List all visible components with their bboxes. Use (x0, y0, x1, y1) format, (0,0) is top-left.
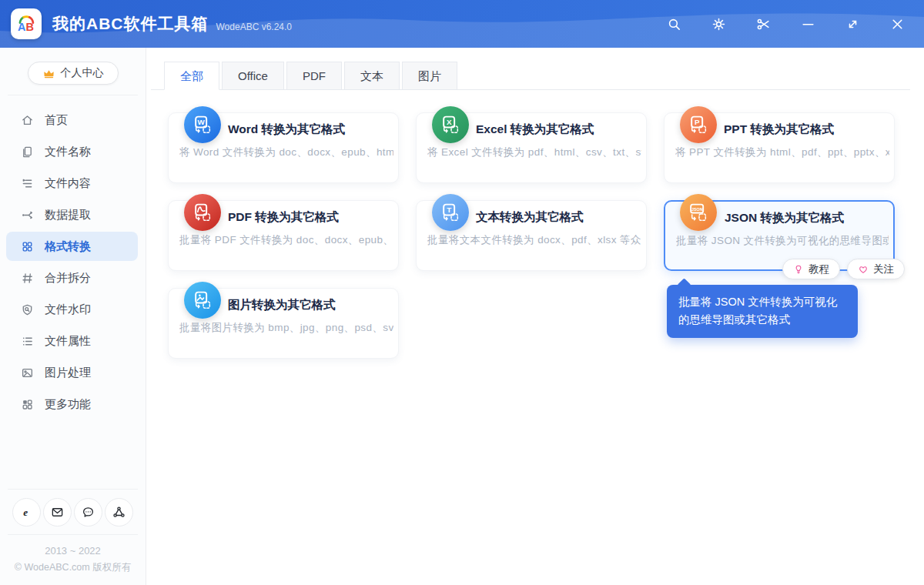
json-card-tooltip: 批量将 JSON 文件转换为可视化的思维导图或其它格式 (667, 285, 858, 338)
svg-text:B: B (26, 21, 34, 33)
ppt-icon: P (680, 106, 717, 143)
bulb-icon (793, 264, 804, 275)
sidebar-item-data-extract[interactable]: 数据提取 (6, 200, 138, 229)
sidebar-item-label: 更多功能 (45, 397, 91, 412)
svg-text:P: P (694, 118, 699, 126)
search-icon (667, 17, 681, 32)
sidebar: 个人中心 首页 文件名称 文件内容 数据提取 格式转换 (0, 48, 146, 585)
tab-image[interactable]: 图片 (402, 62, 457, 90)
svg-text:W: W (197, 118, 205, 126)
card-title: PDF 转换为其它格式 (228, 209, 339, 226)
sidebar-item-watermark[interactable]: 文件水印 (6, 295, 138, 324)
search-button[interactable] (665, 15, 682, 32)
sidebar-item-more-features[interactable]: 更多功能 (6, 389, 138, 419)
minimize-button[interactable] (799, 15, 816, 32)
card-image-convert[interactable]: 图片转换为其它格式 批量将图片转换为 bmp、jpg、png、psd、svg、w… (168, 288, 399, 359)
crown-icon (42, 67, 55, 80)
browser-button[interactable]: e (12, 498, 41, 526)
sidebar-item-merge-split[interactable]: 合并拆分 (6, 263, 138, 292)
card-description: 批量将 PDF 文件转换为 doc、docx、epub、html、 (179, 233, 393, 247)
title-bar: A B 我的ABC软件工具箱 WodeABC v6.24.0 (0, 0, 924, 48)
card-word-convert[interactable]: W Word 转换为其它格式 将 Word 文件转换为 doc、docx、epu… (168, 112, 399, 183)
gear-icon (711, 17, 726, 32)
window-controls (665, 15, 906, 32)
mail-button[interactable] (43, 498, 72, 526)
scissors-icon (756, 17, 771, 32)
sidebar-item-file-content[interactable]: 文件内容 (6, 169, 138, 198)
format-convert-icon (21, 240, 34, 253)
card-title: Word 转换为其它格式 (228, 122, 345, 138)
card-excel-convert[interactable]: X Excel 转换为其它格式 将 Excel 文件转换为 pdf、html、c… (416, 112, 647, 183)
card-title: 图片转换为其它格式 (228, 297, 336, 313)
sidebar-item-label: 合并拆分 (45, 271, 91, 286)
sidebar-item-image-process[interactable]: 图片处理 (6, 358, 138, 387)
sidebar-divider (8, 95, 138, 95)
json-icon: JSON (680, 194, 717, 231)
svg-text:T: T (447, 206, 451, 214)
minimize-icon (801, 17, 815, 32)
tools-button[interactable] (755, 15, 772, 32)
main-content: 全部 Office PDF 文本 图片 W Word 转换为其它格式 将 Wor… (146, 48, 924, 585)
merge-split-icon (21, 272, 34, 285)
home-icon (21, 114, 34, 127)
card-description: 将 Word 文件转换为 doc、docx、epub、html、pdf (179, 145, 393, 159)
sidebar-item-label: 首页 (45, 113, 68, 128)
card-text-convert[interactable]: T 文本转换为其它格式 批量将文本文件转换为 docx、pdf、xlsx 等众多… (416, 200, 647, 271)
image-process-icon (21, 366, 34, 379)
svg-text:JSON: JSON (691, 206, 702, 211)
text-icon: T (432, 194, 469, 231)
close-icon (890, 17, 905, 32)
svg-text:e: e (23, 506, 28, 518)
card-description: 将 Excel 文件转换为 pdf、html、csv、txt、svg、jso (427, 145, 641, 159)
sidebar-item-format-convert[interactable]: 格式转换 (6, 232, 138, 261)
heart-icon (858, 264, 869, 275)
sidebar-item-label: 格式转换 (45, 239, 91, 254)
sidebar-footer: e 2013 ~ 2022 © WodeABC.com 版权所有 (0, 489, 146, 585)
card-description: 批量将文本文件转换为 docx、pdf、xlsx 等众多格式 (427, 233, 641, 247)
sidebar-item-home[interactable]: 首页 (6, 105, 138, 135)
close-button[interactable] (889, 15, 906, 32)
sidebar-nav: 首页 文件名称 文件内容 数据提取 格式转换 合并拆分 (0, 105, 146, 419)
sidebar-item-file-name[interactable]: 文件名称 (6, 137, 138, 166)
personal-center-label: 个人中心 (61, 66, 104, 80)
card-pdf-convert[interactable]: PDF 转换为其它格式 批量将 PDF 文件转换为 doc、docx、epub、… (168, 200, 399, 271)
card-title: PPT 转换为其它格式 (724, 122, 834, 138)
image-convert-icon (184, 282, 221, 319)
follow-button[interactable]: 关注 (847, 259, 905, 279)
file-name-icon (21, 145, 34, 159)
years-label: 2013 ~ 2022 (0, 545, 146, 557)
chat-button[interactable] (74, 498, 102, 526)
card-actions: 教程 关注 (782, 259, 905, 279)
share-button[interactable] (105, 498, 133, 526)
tab-all[interactable]: 全部 (164, 62, 219, 90)
sidebar-divider (8, 534, 138, 535)
app-window: A B 我的ABC软件工具箱 WodeABC v6.24.0 (0, 0, 924, 585)
card-title: 文本转换为其它格式 (476, 209, 584, 226)
maximize-button[interactable] (844, 15, 861, 32)
settings-button[interactable] (710, 15, 727, 32)
tab-text[interactable]: 文本 (344, 62, 400, 90)
sidebar-item-label: 文件属性 (45, 334, 91, 349)
share-icon (112, 506, 126, 519)
excel-icon: X (432, 106, 469, 143)
personal-center-button[interactable]: 个人中心 (28, 62, 119, 85)
follow-label: 关注 (873, 262, 894, 276)
mail-icon (51, 506, 64, 519)
svg-text:A: A (18, 21, 26, 33)
word-icon: W (184, 106, 221, 143)
card-ppt-convert[interactable]: P PPT 转换为其它格式 将 PPT 文件转换为 html、pdf、ppt、p… (664, 112, 895, 183)
browser-icon: e (20, 506, 33, 519)
sidebar-item-file-properties[interactable]: 文件属性 (6, 326, 138, 356)
file-properties-icon (21, 335, 34, 348)
card-title: JSON 转换为其它格式 (725, 210, 844, 226)
tab-pdf[interactable]: PDF (286, 62, 342, 90)
card-json-convert[interactable]: JSON JSON 转换为其它格式 批量将 JSON 文件转换为可视化的思维导图… (664, 200, 895, 271)
app-version: WodeABC v6.24.0 (216, 22, 293, 32)
category-tabs: 全部 Office PDF 文本 图片 (151, 62, 910, 90)
card-description: 批量将图片转换为 bmp、jpg、png、psd、svg、we (179, 321, 393, 335)
tutorial-button[interactable]: 教程 (782, 259, 840, 279)
card-title: Excel 转换为其它格式 (476, 122, 594, 138)
tab-office[interactable]: Office (222, 62, 284, 90)
app-title: 我的ABC软件工具箱 (52, 13, 209, 35)
chat-icon (82, 506, 95, 519)
